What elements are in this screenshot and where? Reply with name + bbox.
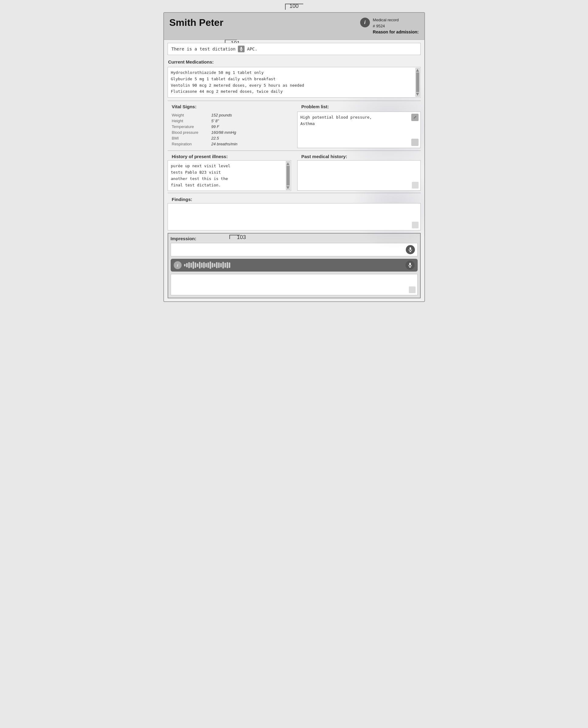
- vital-value-weight: 152 pounds: [211, 113, 232, 117]
- medical-record-prefix: Medical record: [373, 18, 399, 22]
- vital-signs-col: Vital Signs: Weight 152 pounds Height 5'…: [168, 103, 294, 149]
- past-medical-col: Past medical history:: [294, 153, 421, 191]
- wave-bar: [220, 263, 222, 267]
- impression-input-row[interactable]: [171, 243, 418, 256]
- impression-section: Impression: 103 i: [168, 233, 421, 298]
- medications-scrollbar[interactable]: [416, 68, 420, 97]
- main-card: Smith Peter i Medical record # 9524 Reas…: [163, 12, 425, 302]
- wave-bar: [218, 262, 219, 268]
- vital-value-bmi: 22.5: [211, 136, 219, 141]
- problem-line-2: Asthma: [300, 121, 417, 127]
- vital-value-bp: 160/98 mmHg: [211, 130, 236, 135]
- ref-label-103: 103: [237, 234, 246, 240]
- wave-bar: [225, 263, 226, 267]
- vital-value-respiration: 24 breaths/min: [211, 142, 237, 146]
- wave-bar: [192, 261, 194, 269]
- wave-bar: [199, 262, 201, 269]
- history-line-4: final test dictation.: [171, 182, 288, 189]
- vital-signs-label: Vital Signs:: [168, 103, 291, 110]
- past-medical-icon: [412, 182, 419, 189]
- dictation-text: There is a test dictation: [172, 46, 236, 51]
- toolbar-mic-button[interactable]: [405, 261, 415, 270]
- wave-bar: [197, 263, 198, 267]
- impression-mic-button[interactable]: [406, 245, 415, 254]
- current-medications-label: Current Medications:: [164, 58, 424, 66]
- wave-bar: [184, 264, 186, 266]
- findings-label: Findings:: [168, 195, 421, 203]
- medication-line-3: Ventolin 90 mcg 2 metered doses, every 5…: [171, 82, 417, 89]
- outer-wrapper: 100 Smith Peter i Medical record # 9524 …: [163, 12, 425, 302]
- dictation-suffix: APC.: [247, 46, 257, 51]
- history-scroll-thumb: [287, 166, 290, 186]
- medical-record-text: Medical record # 9524 Reason for admissi…: [373, 17, 419, 35]
- medication-line-2: Glyburide 5 mg 1 tablet daily with break…: [171, 76, 417, 82]
- problem-list-label: Problem list:: [297, 103, 421, 110]
- medical-record-number: # 9524: [373, 23, 419, 29]
- impression-label: Impression:: [171, 236, 418, 241]
- toolbar-waveform-bar: i: [171, 259, 418, 272]
- vital-label-bmi: BMI: [172, 136, 205, 141]
- info-icon[interactable]: i: [360, 18, 370, 27]
- history-line-3: another test this is the: [171, 176, 288, 182]
- past-medical-label: Past medical history:: [297, 153, 421, 160]
- impression-text-input[interactable]: [173, 248, 403, 252]
- header: Smith Peter i Medical record # 9524 Reas…: [164, 13, 424, 40]
- history-line-1: purée up next visit level: [171, 163, 288, 169]
- vital-signs-grid: Weight 152 pounds Height 5' 8" Temperatu…: [168, 110, 291, 149]
- vital-row-bmi: BMI 22.5: [172, 135, 287, 141]
- wave-bar: [216, 262, 217, 268]
- vital-value-height: 5' 8": [211, 119, 219, 123]
- problem-list-col: Problem list: High potential blood press…: [294, 103, 421, 149]
- reason-for-admission-label: Reason for admission:: [373, 29, 419, 34]
- medication-line-4: Fluticasone 44 mcg 2 metered doses, twic…: [171, 88, 417, 95]
- medical-record-section: i Medical record # 9524 Reason for admis…: [360, 17, 419, 35]
- dictation-bar: There is a test dictation APC.: [168, 43, 421, 55]
- ref-label-100: 100: [289, 3, 298, 9]
- svg-rect-0: [240, 47, 242, 49]
- wave-bar: [227, 262, 228, 268]
- wave-bar: [201, 263, 203, 267]
- wave-bar: [229, 262, 230, 268]
- findings-corner-icon: [412, 222, 419, 228]
- divider-1: [168, 101, 421, 101]
- vital-value-temperature: 99 F: [211, 124, 219, 129]
- medications-box[interactable]: Hydrochlorothiazide 50 mg 1 tablet only …: [168, 67, 421, 98]
- history-present-box[interactable]: purée up next visit level tests Pablo B2…: [168, 160, 291, 191]
- toolbar-info-icon[interactable]: i: [174, 261, 182, 269]
- two-col-vitals-problems: Vital Signs: Weight 152 pounds Height 5'…: [168, 103, 421, 149]
- history-line-2: tests Pablo B23 visit: [171, 169, 288, 176]
- wave-bar: [203, 262, 205, 268]
- svg-rect-6: [409, 263, 411, 265]
- history-scroll-down[interactable]: [287, 186, 290, 189]
- vital-row-height: Height 5' 8": [172, 118, 287, 124]
- wave-bar: [190, 263, 192, 267]
- divider-3: [168, 193, 421, 193]
- scroll-thumb: [416, 72, 419, 92]
- problem-list-box[interactable]: High potential blood pressure, Asthma: [297, 112, 421, 148]
- wave-bar: [212, 263, 213, 267]
- vital-label-bp: Blood pressure: [172, 130, 205, 135]
- vital-row-temperature: Temperature 99 F: [172, 124, 287, 130]
- vital-label-respiration: Respiration: [172, 142, 205, 146]
- history-present-col: History of present illness: purée up nex…: [168, 153, 294, 191]
- wave-bar: [210, 261, 211, 269]
- impression-textarea-box[interactable]: [171, 274, 418, 295]
- problem-edit-icon[interactable]: [411, 114, 419, 121]
- scroll-down-arrow[interactable]: [416, 93, 419, 96]
- problem-line-1: High potential blood pressure,: [300, 114, 417, 121]
- impression-corner-icon: [409, 286, 416, 293]
- scroll-up-arrow[interactable]: [416, 69, 419, 72]
- history-scroll-up[interactable]: [287, 162, 290, 165]
- findings-box[interactable]: [168, 203, 421, 231]
- wave-bar: [205, 263, 207, 267]
- findings-section: Findings:: [168, 195, 421, 231]
- vital-label-weight: Weight: [172, 113, 205, 117]
- svg-rect-3: [410, 247, 411, 250]
- history-scrollbar[interactable]: [286, 161, 290, 190]
- dictation-mic-icon[interactable]: [238, 46, 245, 52]
- vital-row-respiration: Respiration 24 breaths/min: [172, 141, 287, 147]
- problem-icon-bottom: [411, 139, 419, 146]
- patient-name-block: Smith Peter: [169, 17, 224, 28]
- past-medical-box[interactable]: [297, 160, 421, 191]
- waveform: [184, 261, 403, 269]
